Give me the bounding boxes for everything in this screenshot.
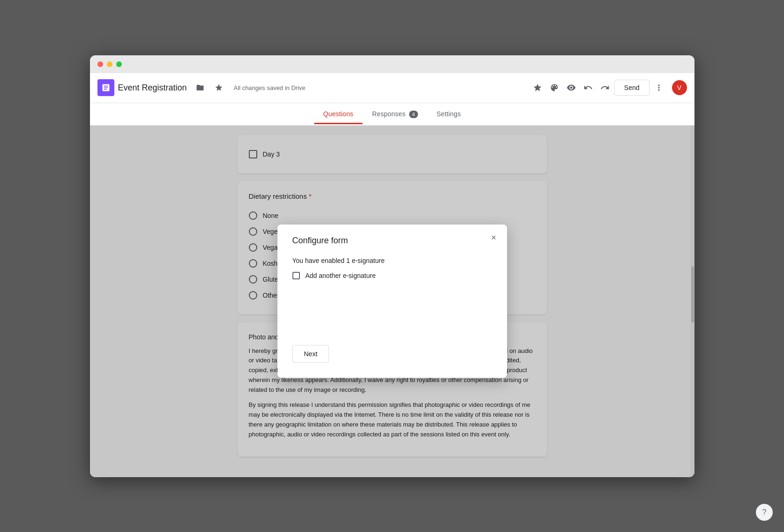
add-signature-checkbox[interactable] xyxy=(292,272,300,279)
tab-questions[interactable]: Questions xyxy=(314,104,363,124)
tabs-bar: Questions Responses 4 Settings xyxy=(90,103,694,126)
app-logo xyxy=(97,79,114,96)
more-vert-icon[interactable] xyxy=(651,80,666,95)
browser-titlebar xyxy=(90,55,694,73)
app-content: Event Registration All changes saved in … xyxy=(90,73,694,477)
modal-footer: Next xyxy=(292,345,492,363)
toolbar-actions: Send V xyxy=(530,80,687,96)
star-action-icon[interactable] xyxy=(530,80,545,95)
forms-icon xyxy=(101,83,111,92)
modal-subtitle: You have enabled 1 e-signature xyxy=(292,257,492,264)
traffic-light-yellow[interactable] xyxy=(107,61,112,67)
configure-form-modal: × Configure form You have enabled 1 e-si… xyxy=(277,225,507,378)
toolbar: Event Registration All changes saved in … xyxy=(90,73,694,103)
folder-icon-btn[interactable] xyxy=(193,80,208,95)
redo-icon[interactable] xyxy=(597,80,612,95)
tab-settings[interactable]: Settings xyxy=(427,104,470,124)
add-signature-label: Add another e-signature xyxy=(306,272,376,279)
document-title: Event Registration xyxy=(118,83,187,93)
palette-icon[interactable] xyxy=(547,80,562,95)
eye-icon[interactable] xyxy=(564,80,579,95)
modal-overlay: × Configure form You have enabled 1 e-si… xyxy=(90,126,694,477)
saved-status: All changes saved in Drive xyxy=(234,84,306,91)
main-form-area: Day 3 Dietary restrictions * None Vegeta… xyxy=(90,126,694,477)
responses-badge: 4 xyxy=(409,111,418,118)
traffic-light-green[interactable] xyxy=(116,61,122,67)
tab-responses[interactable]: Responses 4 xyxy=(363,104,427,124)
next-button[interactable]: Next xyxy=(292,345,329,363)
undo-icon[interactable] xyxy=(581,80,596,95)
user-avatar[interactable]: V xyxy=(672,80,687,95)
traffic-light-red[interactable] xyxy=(97,61,103,67)
send-button[interactable]: Send xyxy=(614,80,650,96)
modal-title: Configure form xyxy=(292,236,492,246)
modal-close-button[interactable]: × xyxy=(486,230,501,245)
star-icon-btn[interactable] xyxy=(211,80,226,95)
add-signature-row: Add another e-signature xyxy=(292,272,492,279)
